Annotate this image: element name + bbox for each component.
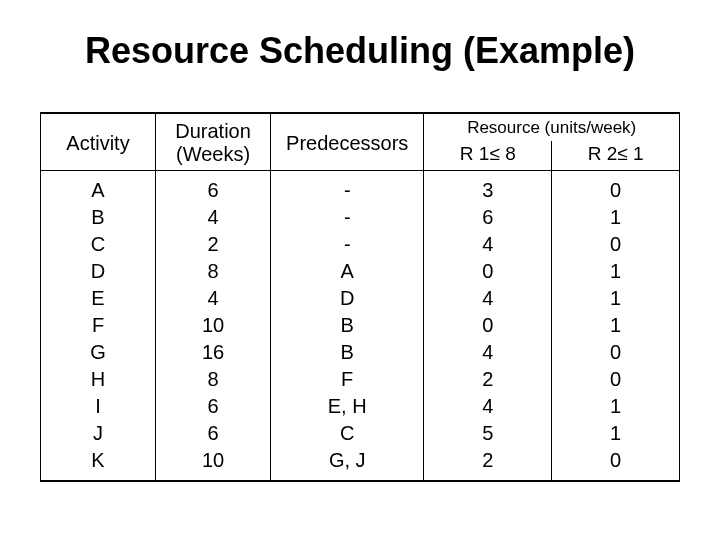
col-activity: ABCDEFGHIJK: [41, 171, 155, 480]
col-r1: 36404042452: [424, 171, 551, 480]
header-r2: R 2≤ 1: [552, 141, 680, 171]
header-resource: Resource (units/week): [424, 113, 680, 141]
table-row: ABCDEFGHIJK 64284101686610 ---ADBBFE, HC…: [41, 171, 680, 482]
header-duration: Duration (Weeks): [156, 113, 271, 171]
table-body: ABCDEFGHIJK 64284101686610 ---ADBBFE, HC…: [41, 171, 680, 482]
col-r2: 01011100110: [552, 171, 679, 480]
header-r1: R 1≤ 8: [424, 141, 552, 171]
schedule-table: Activity Duration (Weeks) Predecessors R…: [40, 112, 680, 482]
col-duration: 64284101686610: [156, 171, 270, 480]
header-activity: Activity: [41, 113, 156, 171]
header-predecessors: Predecessors: [271, 113, 424, 171]
page-title: Resource Scheduling (Example): [40, 30, 680, 72]
col-predecessors: ---ADBBFE, HCG, J: [271, 171, 423, 480]
